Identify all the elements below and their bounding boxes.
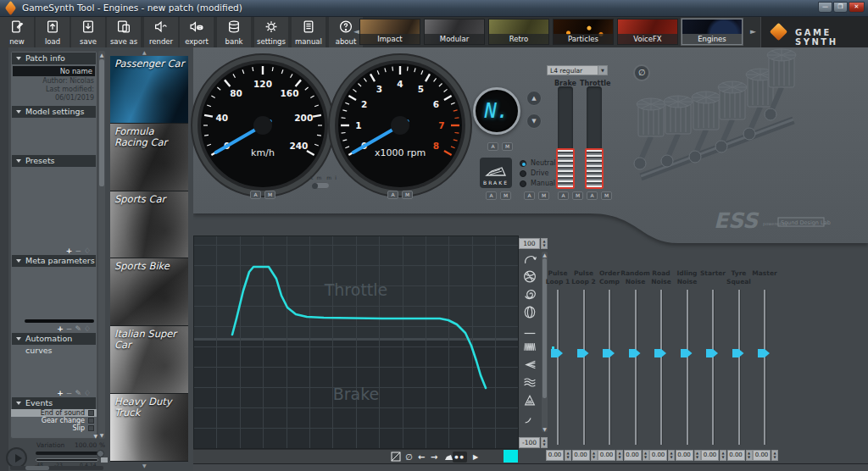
close-button[interactable]: ✕: [849, 2, 865, 13]
mixer-channel-slider[interactable]: [583, 290, 585, 445]
gear-down-button[interactable]: ▼: [526, 114, 542, 129]
automation-auto-button[interactable]: A: [486, 191, 497, 200]
section-events[interactable]: Events: [12, 397, 96, 409]
event-checkbox[interactable]: [88, 410, 94, 416]
spinner-arrows-icon[interactable]: ▲▼: [541, 238, 548, 249]
event-checkbox[interactable]: [88, 418, 94, 424]
spinner-arrows-icon[interactable]: ▲▼: [616, 450, 623, 461]
sidebar-hscroll-thumb[interactable]: [25, 466, 49, 470]
volume-slider-knob[interactable]: [101, 457, 108, 463]
automation-manual-button[interactable]: M: [502, 142, 513, 151]
spinner-arrows-icon[interactable]: ▲▼: [643, 450, 649, 461]
wave-arrow-tool-icon[interactable]: [520, 357, 539, 372]
spinner-arrows-icon[interactable]: ▲▼: [746, 450, 753, 461]
minimize-button[interactable]: —: [818, 2, 832, 13]
line-tool-icon[interactable]: [520, 326, 539, 341]
spinner-arrows-icon[interactable]: ▲▼: [694, 450, 701, 461]
vehicle-item-passenger-car[interactable]: Passenger Car: [110, 56, 188, 124]
curve-color-swatch[interactable]: [504, 450, 518, 463]
event-row[interactable]: End of sound: [11, 409, 97, 417]
automation-manual-button[interactable]: M: [572, 191, 583, 200]
presets-actions[interactable]: +−♢: [66, 247, 93, 255]
mixer-value-field[interactable]: 0.00: [727, 450, 745, 461]
automation-manual-button[interactable]: M: [500, 191, 511, 200]
mixer-slider-handle[interactable]: [681, 349, 693, 357]
spinner-arrows-icon[interactable]: ▲▼: [541, 437, 548, 448]
section-presets[interactable]: Presets: [12, 155, 96, 167]
toolbar-button-export[interactable]: export: [180, 17, 214, 47]
tab-modular[interactable]: Modular: [424, 19, 485, 45]
toolbar-button-load[interactable]: load: [36, 17, 70, 47]
spinner-arrows-icon[interactable]: ▲▼: [668, 450, 675, 461]
sidebar-hscrollbar[interactable]: [10, 466, 103, 470]
event-row[interactable]: Gear change: [11, 417, 97, 424]
mixer-channel-slider[interactable]: [687, 290, 688, 445]
spinner-arrows-icon[interactable]: ▲▼: [771, 450, 778, 461]
scroll-up-icon[interactable]: ▲: [542, 252, 548, 258]
mixer-value-field[interactable]: 0.00: [676, 450, 693, 461]
vehicle-item-sports-bike[interactable]: Sports Bike: [110, 258, 188, 326]
tabs-scroll-left-icon[interactable]: ◄: [353, 27, 359, 36]
section-automation-curves[interactable]: Automation curves: [12, 333, 96, 345]
mixer-channel-slider[interactable]: [660, 290, 662, 445]
tab-impact[interactable]: Impact: [359, 19, 420, 45]
automation-manual-button[interactable]: M: [538, 191, 549, 200]
mixer-channel-slider[interactable]: [712, 290, 714, 445]
scroll-up-icon[interactable]: ▲: [98, 52, 105, 58]
toolbar-button-new[interactable]: new: [0, 17, 34, 47]
variation-slider[interactable]: [36, 452, 103, 455]
automation-auto-button[interactable]: A: [250, 191, 261, 199]
vehicle-item-formula-racing-car[interactable]: Formula Racing Car: [110, 124, 188, 191]
automation-auto-button[interactable]: A: [387, 191, 398, 199]
null-curve-icon[interactable]: ∅: [405, 452, 413, 463]
automation-actions[interactable]: +−✎♢: [57, 389, 93, 397]
curve-max-spinner[interactable]: 100 ▲▼: [519, 238, 548, 249]
mixer-channel-slider[interactable]: [609, 290, 610, 445]
automation-auto-button[interactable]: A: [524, 191, 535, 200]
toolbar-button-bank[interactable]: bank: [217, 17, 251, 47]
mixer-slider-handle[interactable]: [629, 349, 641, 357]
mixer-slider-handle[interactable]: [732, 349, 744, 357]
vehicles-scroll-up-icon[interactable]: ▲: [142, 49, 147, 55]
mixer-slider-handle[interactable]: [551, 349, 563, 357]
mixer-channel-slider[interactable]: [738, 290, 740, 445]
brake-pedal-button[interactable]: BRAKE: [480, 158, 512, 188]
automation-auto-button[interactable]: A: [558, 191, 569, 200]
mixer-channel-slider[interactable]: [764, 290, 765, 445]
section-patch-info[interactable]: Patch info: [12, 53, 96, 64]
mixer-value-field[interactable]: 0.00: [598, 450, 615, 461]
toolbar-button-render[interactable]: render: [144, 17, 178, 47]
vehicle-item-sports-car[interactable]: Sports Car: [110, 191, 188, 259]
arc-tool-icon[interactable]: [520, 252, 539, 266]
vehicle-item-italian-super-car[interactable]: Italian Super Car: [110, 326, 188, 394]
events-more-icon[interactable]: ▼: [93, 433, 97, 439]
clear-curve-icon[interactable]: [391, 452, 401, 462]
pedal-mute-button[interactable]: ∅: [633, 64, 650, 81]
toolbar-button-settings[interactable]: settings: [254, 17, 288, 47]
automation-auto-button[interactable]: A: [487, 142, 498, 151]
scribble-block-tool-icon[interactable]: [520, 375, 539, 390]
toolbar-button-manual[interactable]: manual: [292, 17, 326, 47]
mixer-slider-handle[interactable]: [577, 349, 589, 357]
restore-button[interactable]: ❐: [833, 2, 848, 13]
mixer-value-field[interactable]: 0.00: [701, 450, 719, 461]
automation-auto-button[interactable]: A: [587, 191, 598, 200]
tab-voicefx[interactable]: VoiceFX: [617, 19, 678, 45]
mixer-value-field[interactable]: 0.00: [572, 450, 590, 461]
mixer-slider-handle[interactable]: [706, 349, 718, 357]
mixer-channel-slider[interactable]: [557, 290, 559, 445]
pedal-slider-handle[interactable]: [585, 148, 604, 189]
automation-manual-button[interactable]: M: [264, 191, 275, 199]
sidebar-scroll-thumb[interactable]: [99, 59, 104, 186]
radio-icon[interactable]: [520, 160, 526, 167]
toolbar-button-save-as[interactable]: save as: [107, 17, 141, 47]
undo-icon[interactable]: ←: [418, 452, 425, 463]
mixer-slider-handle[interactable]: [603, 349, 615, 357]
mixer-value-field[interactable]: 0.00: [753, 450, 771, 461]
automation-curve-editor[interactable]: Throttle Brake: [193, 236, 519, 449]
event-checkbox[interactable]: [88, 425, 94, 431]
toolbar-button-save[interactable]: save: [71, 17, 105, 47]
meta-parameter-slider[interactable]: [25, 319, 94, 323]
mixer-slider-handle[interactable]: [654, 349, 666, 357]
curve-play-icon[interactable]: ▶: [473, 452, 478, 463]
